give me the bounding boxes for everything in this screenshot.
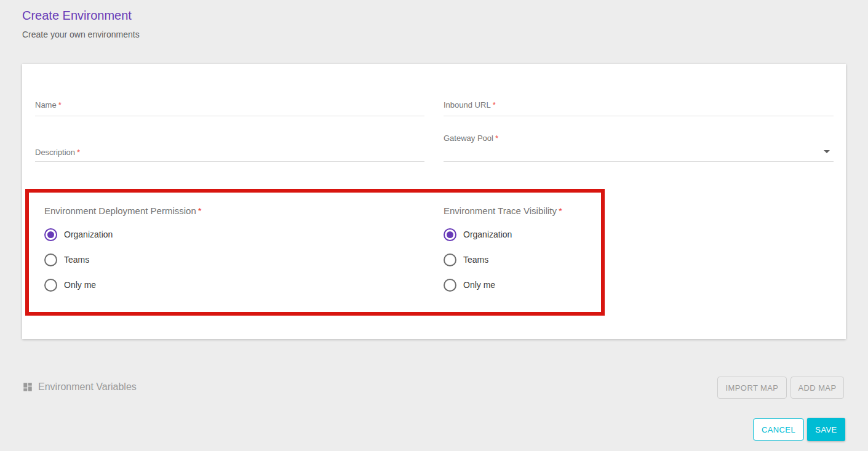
radio-unselected-icon[interactable] (44, 253, 57, 266)
inbound-url-field-underline (444, 116, 834, 116)
required-asterisk: * (198, 206, 202, 216)
trace-visibility-group-label: Environment Trace Visibility* (444, 206, 702, 216)
dropdown-arrow-icon[interactable] (824, 150, 830, 153)
gateway-pool-select[interactable]: Gateway Pool* (444, 132, 834, 162)
radio-option-label: Teams (463, 255, 488, 265)
name-field-underline (35, 116, 424, 116)
inbound-url-field-label: Inbound URL* (444, 100, 496, 110)
radio-unselected-icon[interactable] (444, 279, 456, 292)
radio-option-teams[interactable]: Teams (444, 253, 702, 266)
import-map-button[interactable]: IMPORT MAP (717, 377, 787, 399)
required-asterisk: * (77, 148, 80, 157)
deployment-permission-group-label: Environment Deployment Permission* (44, 206, 303, 216)
radio-option-only-me[interactable]: Only me (44, 278, 303, 292)
radio-option-organization[interactable]: Organization (444, 228, 702, 241)
radio-unselected-icon[interactable] (444, 253, 456, 266)
radio-unselected-icon[interactable] (44, 279, 57, 292)
required-asterisk: * (559, 206, 562, 216)
radio-option-label: Organization (64, 229, 113, 239)
radio-selected-icon[interactable] (44, 228, 57, 241)
description-field[interactable]: Description* (35, 146, 424, 162)
save-button[interactable]: SAVE (807, 418, 845, 441)
inbound-url-field[interactable]: Inbound URL* (444, 99, 834, 116)
description-field-label: Description* (35, 148, 80, 157)
radio-option-label: Only me (64, 280, 96, 290)
radio-selected-icon[interactable] (444, 228, 456, 241)
environment-variables-section-header: Environment Variables (22, 381, 137, 393)
required-asterisk: * (495, 134, 498, 143)
environment-variables-title: Environment Variables (38, 381, 137, 393)
required-asterisk: * (58, 100, 62, 110)
radio-option-only-me[interactable]: Only me (444, 278, 702, 292)
environment-form-card: Name* Inbound URL* Description* Gateway … (22, 64, 846, 339)
page-subtitle: Create your own environments (22, 30, 140, 39)
name-field[interactable]: Name* (35, 99, 424, 116)
trace-visibility-radio-group: Environment Trace Visibility* Organizati… (444, 206, 702, 292)
gateway-pool-select-underline (444, 161, 834, 162)
required-asterisk: * (493, 100, 496, 110)
name-field-label: Name* (35, 100, 62, 110)
cancel-button[interactable]: CANCEL (753, 418, 804, 441)
radio-option-teams[interactable]: Teams (44, 253, 303, 266)
gateway-pool-select-label: Gateway Pool* (444, 134, 498, 143)
add-map-button[interactable]: ADD MAP (790, 377, 844, 399)
description-field-underline (35, 161, 424, 162)
dashboard-icon (22, 381, 33, 393)
radio-option-label: Only me (463, 280, 495, 290)
radio-option-organization[interactable]: Organization (44, 228, 303, 241)
radio-option-label: Organization (463, 229, 512, 239)
deployment-permission-radio-group: Environment Deployment Permission* Organ… (44, 206, 303, 292)
radio-option-label: Teams (64, 255, 89, 265)
page-title: Create Environment (22, 9, 132, 23)
